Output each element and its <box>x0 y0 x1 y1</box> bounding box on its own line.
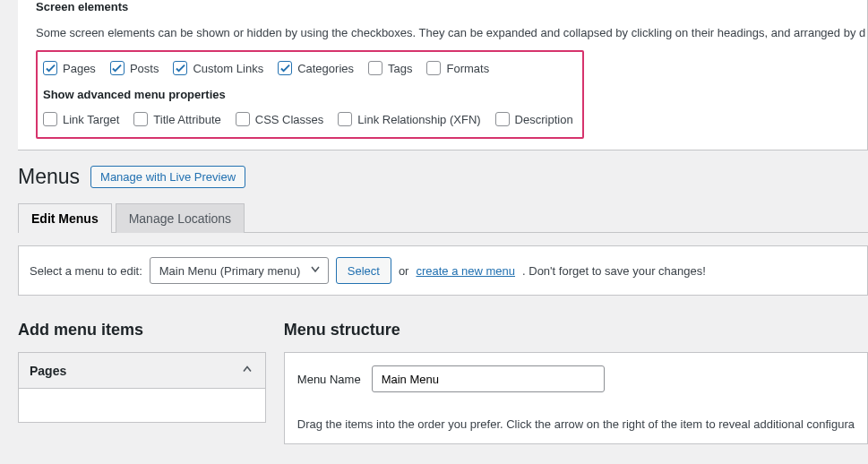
check-icon <box>45 63 56 74</box>
col-structure: Menu structure Menu Name Drag the items … <box>284 321 868 444</box>
accordion-pages-header[interactable]: Pages <box>19 353 265 389</box>
checkbox-label: Title Attribute <box>153 113 220 126</box>
structure-heading: Menu structure <box>284 321 868 339</box>
checkbox-label: Description <box>515 113 573 126</box>
columns: Add menu items Pages Menu structure Menu… <box>18 321 868 444</box>
save-reminder: . Don't forget to save your changes! <box>522 264 706 278</box>
screen-elements-heading: Screen elements <box>36 0 849 13</box>
checkbox-label: Posts <box>130 62 159 75</box>
check-icon <box>175 63 186 74</box>
menu-name-row: Menu Name <box>297 365 855 392</box>
screen-elements-desc: Some screen elements can be shown or hid… <box>36 26 849 39</box>
accordion-pages-label: Pages <box>30 364 66 378</box>
live-preview-button[interactable]: Manage with Live Preview <box>90 166 245 188</box>
content: Menus Manage with Live Preview Edit Menu… <box>18 165 868 444</box>
checkbox-label: Categories <box>297 62 354 75</box>
tab-manage-locations[interactable]: Manage Locations <box>116 203 245 233</box>
checkbox-title-attribute[interactable]: Title Attribute <box>133 112 220 126</box>
nav-tabs: Edit Menus Manage Locations <box>18 203 868 233</box>
screen-options-highlight: Pages Posts Custom Links Categories Tags… <box>36 50 584 139</box>
menu-select[interactable]: Main Menu (Primary menu) <box>150 257 329 284</box>
checkbox-tags[interactable]: Tags <box>368 61 412 75</box>
checkbox-xfn[interactable]: Link Relationship (XFN) <box>338 112 480 126</box>
checkbox-label: Link Relationship (XFN) <box>357 113 480 126</box>
screen-options-panel: Screen elements Some screen elements can… <box>18 0 868 150</box>
checkbox-css-classes[interactable]: CSS Classes <box>236 112 324 126</box>
select-prompt: Select a menu to edit: <box>30 264 142 278</box>
structure-hint: Drag the items into the order you prefer… <box>297 417 855 431</box>
create-menu-link[interactable]: create a new menu <box>416 264 515 278</box>
menu-edit-bar: Select a menu to edit: Main Menu (Primar… <box>18 245 868 296</box>
menu-name-label: Menu Name <box>297 373 361 386</box>
checkbox-label: Custom Links <box>193 62 263 75</box>
accordion-pages-body <box>19 389 265 422</box>
check-icon <box>279 63 291 74</box>
col-add-items: Add menu items Pages <box>18 321 266 423</box>
caret-up-icon <box>240 362 254 379</box>
tab-edit-menus[interactable]: Edit Menus <box>18 203 112 233</box>
page-title: Menus <box>18 165 80 189</box>
checkbox-description[interactable]: Description <box>495 112 573 126</box>
add-items-heading: Add menu items <box>18 321 266 339</box>
checkbox-custom-links[interactable]: Custom Links <box>173 61 263 75</box>
chevron-down-icon <box>308 262 322 279</box>
advanced-heading: Show advanced menu properties <box>43 88 573 101</box>
menu-structure-box: Menu Name Drag the items into the order … <box>284 352 868 444</box>
checkbox-formats[interactable]: Formats <box>426 61 489 75</box>
accordion-pages: Pages <box>18 352 266 423</box>
page-title-row: Menus Manage with Live Preview <box>18 165 868 189</box>
menu-select-value: Main Menu (Primary menu) <box>159 264 301 278</box>
checkbox-label: Tags <box>388 62 412 75</box>
check-icon <box>111 63 123 74</box>
checkbox-label: Formats <box>446 62 489 75</box>
checkbox-pages[interactable]: Pages <box>43 61 96 75</box>
checkbox-label: CSS Classes <box>255 113 324 126</box>
checkbox-label: Link Target <box>63 113 119 126</box>
checkbox-categories[interactable]: Categories <box>278 61 354 75</box>
or-text: or <box>399 264 409 278</box>
boxes-row: Pages Posts Custom Links Categories Tags… <box>43 61 573 75</box>
checkbox-link-target[interactable]: Link Target <box>43 112 119 126</box>
checkbox-posts[interactable]: Posts <box>110 61 159 75</box>
checkbox-label: Pages <box>63 62 96 75</box>
select-button[interactable]: Select <box>336 257 391 284</box>
menu-name-input[interactable] <box>372 365 605 392</box>
advanced-row: Link Target Title Attribute CSS Classes … <box>43 112 573 126</box>
